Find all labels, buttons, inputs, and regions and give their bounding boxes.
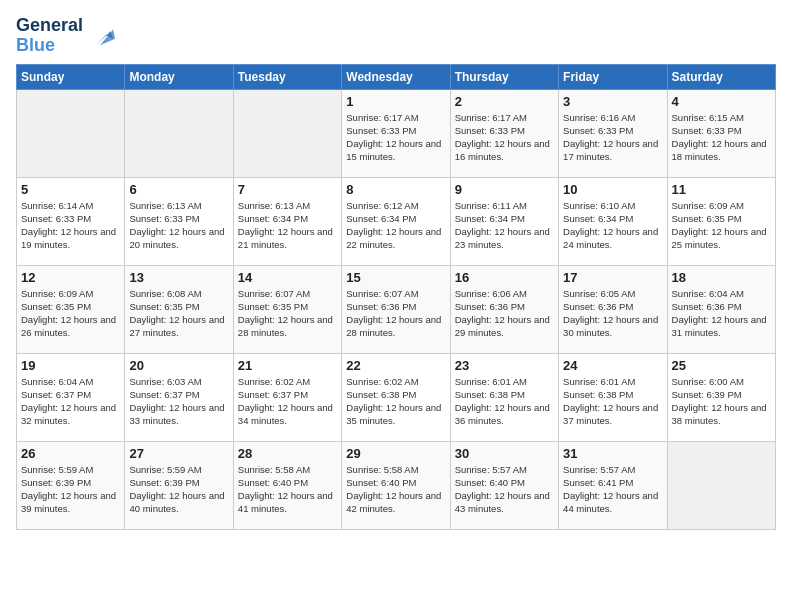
day-info: Sunrise: 5:58 AM Sunset: 6:40 PM Dayligh…	[238, 463, 337, 516]
calendar-cell: 2Sunrise: 6:17 AM Sunset: 6:33 PM Daylig…	[450, 89, 558, 177]
day-info: Sunrise: 6:15 AM Sunset: 6:33 PM Dayligh…	[672, 111, 771, 164]
calendar-cell: 16Sunrise: 6:06 AM Sunset: 6:36 PM Dayli…	[450, 265, 558, 353]
logo-text: GeneralBlue	[16, 16, 83, 56]
calendar-cell: 8Sunrise: 6:12 AM Sunset: 6:34 PM Daylig…	[342, 177, 450, 265]
calendar-cell: 30Sunrise: 5:57 AM Sunset: 6:40 PM Dayli…	[450, 441, 558, 529]
weekday-header: Monday	[125, 64, 233, 89]
day-info: Sunrise: 6:02 AM Sunset: 6:38 PM Dayligh…	[346, 375, 445, 428]
day-info: Sunrise: 6:16 AM Sunset: 6:33 PM Dayligh…	[563, 111, 662, 164]
day-info: Sunrise: 6:02 AM Sunset: 6:37 PM Dayligh…	[238, 375, 337, 428]
calendar-cell	[125, 89, 233, 177]
calendar-cell: 5Sunrise: 6:14 AM Sunset: 6:33 PM Daylig…	[17, 177, 125, 265]
day-number: 4	[672, 94, 771, 109]
day-number: 21	[238, 358, 337, 373]
day-number: 13	[129, 270, 228, 285]
day-info: Sunrise: 6:14 AM Sunset: 6:33 PM Dayligh…	[21, 199, 120, 252]
calendar-cell: 11Sunrise: 6:09 AM Sunset: 6:35 PM Dayli…	[667, 177, 775, 265]
calendar-cell: 3Sunrise: 6:16 AM Sunset: 6:33 PM Daylig…	[559, 89, 667, 177]
day-info: Sunrise: 6:01 AM Sunset: 6:38 PM Dayligh…	[455, 375, 554, 428]
weekday-header: Saturday	[667, 64, 775, 89]
calendar-table: SundayMondayTuesdayWednesdayThursdayFrid…	[16, 64, 776, 530]
day-number: 17	[563, 270, 662, 285]
day-number: 28	[238, 446, 337, 461]
day-number: 27	[129, 446, 228, 461]
calendar-cell: 26Sunrise: 5:59 AM Sunset: 6:39 PM Dayli…	[17, 441, 125, 529]
calendar-cell: 14Sunrise: 6:07 AM Sunset: 6:35 PM Dayli…	[233, 265, 341, 353]
day-number: 7	[238, 182, 337, 197]
calendar-cell: 27Sunrise: 5:59 AM Sunset: 6:39 PM Dayli…	[125, 441, 233, 529]
day-number: 5	[21, 182, 120, 197]
calendar-cell: 28Sunrise: 5:58 AM Sunset: 6:40 PM Dayli…	[233, 441, 341, 529]
day-info: Sunrise: 6:01 AM Sunset: 6:38 PM Dayligh…	[563, 375, 662, 428]
svg-marker-1	[100, 29, 115, 45]
calendar-week-row: 12Sunrise: 6:09 AM Sunset: 6:35 PM Dayli…	[17, 265, 776, 353]
day-number: 25	[672, 358, 771, 373]
day-number: 29	[346, 446, 445, 461]
weekday-header: Tuesday	[233, 64, 341, 89]
calendar-cell: 12Sunrise: 6:09 AM Sunset: 6:35 PM Dayli…	[17, 265, 125, 353]
page-header: GeneralBlue	[16, 16, 776, 56]
day-info: Sunrise: 5:59 AM Sunset: 6:39 PM Dayligh…	[129, 463, 228, 516]
logo-icon	[87, 22, 115, 50]
calendar-week-row: 19Sunrise: 6:04 AM Sunset: 6:37 PM Dayli…	[17, 353, 776, 441]
day-number: 18	[672, 270, 771, 285]
day-number: 8	[346, 182, 445, 197]
day-number: 19	[21, 358, 120, 373]
day-info: Sunrise: 5:57 AM Sunset: 6:41 PM Dayligh…	[563, 463, 662, 516]
calendar-cell	[667, 441, 775, 529]
day-info: Sunrise: 5:57 AM Sunset: 6:40 PM Dayligh…	[455, 463, 554, 516]
day-info: Sunrise: 6:13 AM Sunset: 6:33 PM Dayligh…	[129, 199, 228, 252]
calendar-week-row: 1Sunrise: 6:17 AM Sunset: 6:33 PM Daylig…	[17, 89, 776, 177]
day-info: Sunrise: 6:17 AM Sunset: 6:33 PM Dayligh…	[455, 111, 554, 164]
calendar-cell: 22Sunrise: 6:02 AM Sunset: 6:38 PM Dayli…	[342, 353, 450, 441]
calendar-cell: 17Sunrise: 6:05 AM Sunset: 6:36 PM Dayli…	[559, 265, 667, 353]
calendar-header: SundayMondayTuesdayWednesdayThursdayFrid…	[17, 64, 776, 89]
day-number: 1	[346, 94, 445, 109]
day-number: 30	[455, 446, 554, 461]
calendar-cell: 9Sunrise: 6:11 AM Sunset: 6:34 PM Daylig…	[450, 177, 558, 265]
calendar-cell: 25Sunrise: 6:00 AM Sunset: 6:39 PM Dayli…	[667, 353, 775, 441]
calendar-cell: 20Sunrise: 6:03 AM Sunset: 6:37 PM Dayli…	[125, 353, 233, 441]
calendar-cell: 6Sunrise: 6:13 AM Sunset: 6:33 PM Daylig…	[125, 177, 233, 265]
day-info: Sunrise: 6:09 AM Sunset: 6:35 PM Dayligh…	[672, 199, 771, 252]
day-info: Sunrise: 6:05 AM Sunset: 6:36 PM Dayligh…	[563, 287, 662, 340]
day-number: 10	[563, 182, 662, 197]
calendar-cell: 13Sunrise: 6:08 AM Sunset: 6:35 PM Dayli…	[125, 265, 233, 353]
day-info: Sunrise: 6:13 AM Sunset: 6:34 PM Dayligh…	[238, 199, 337, 252]
weekday-header: Sunday	[17, 64, 125, 89]
day-number: 11	[672, 182, 771, 197]
calendar-cell: 29Sunrise: 5:58 AM Sunset: 6:40 PM Dayli…	[342, 441, 450, 529]
day-info: Sunrise: 6:10 AM Sunset: 6:34 PM Dayligh…	[563, 199, 662, 252]
calendar-cell: 7Sunrise: 6:13 AM Sunset: 6:34 PM Daylig…	[233, 177, 341, 265]
day-info: Sunrise: 6:00 AM Sunset: 6:39 PM Dayligh…	[672, 375, 771, 428]
calendar-week-row: 26Sunrise: 5:59 AM Sunset: 6:39 PM Dayli…	[17, 441, 776, 529]
calendar-cell: 15Sunrise: 6:07 AM Sunset: 6:36 PM Dayli…	[342, 265, 450, 353]
day-info: Sunrise: 6:04 AM Sunset: 6:36 PM Dayligh…	[672, 287, 771, 340]
calendar-cell: 1Sunrise: 6:17 AM Sunset: 6:33 PM Daylig…	[342, 89, 450, 177]
weekday-header: Wednesday	[342, 64, 450, 89]
day-info: Sunrise: 6:12 AM Sunset: 6:34 PM Dayligh…	[346, 199, 445, 252]
day-number: 12	[21, 270, 120, 285]
calendar-cell: 23Sunrise: 6:01 AM Sunset: 6:38 PM Dayli…	[450, 353, 558, 441]
day-number: 6	[129, 182, 228, 197]
calendar-week-row: 5Sunrise: 6:14 AM Sunset: 6:33 PM Daylig…	[17, 177, 776, 265]
day-number: 16	[455, 270, 554, 285]
day-number: 2	[455, 94, 554, 109]
calendar-cell: 24Sunrise: 6:01 AM Sunset: 6:38 PM Dayli…	[559, 353, 667, 441]
day-info: Sunrise: 6:04 AM Sunset: 6:37 PM Dayligh…	[21, 375, 120, 428]
day-number: 24	[563, 358, 662, 373]
day-number: 3	[563, 94, 662, 109]
day-number: 9	[455, 182, 554, 197]
day-number: 23	[455, 358, 554, 373]
calendar-cell: 19Sunrise: 6:04 AM Sunset: 6:37 PM Dayli…	[17, 353, 125, 441]
day-info: Sunrise: 6:17 AM Sunset: 6:33 PM Dayligh…	[346, 111, 445, 164]
day-info: Sunrise: 6:08 AM Sunset: 6:35 PM Dayligh…	[129, 287, 228, 340]
calendar-cell: 4Sunrise: 6:15 AM Sunset: 6:33 PM Daylig…	[667, 89, 775, 177]
calendar-cell: 18Sunrise: 6:04 AM Sunset: 6:36 PM Dayli…	[667, 265, 775, 353]
day-info: Sunrise: 5:59 AM Sunset: 6:39 PM Dayligh…	[21, 463, 120, 516]
day-info: Sunrise: 6:07 AM Sunset: 6:36 PM Dayligh…	[346, 287, 445, 340]
weekday-header: Friday	[559, 64, 667, 89]
logo: GeneralBlue	[16, 16, 115, 56]
calendar-cell	[233, 89, 341, 177]
day-info: Sunrise: 6:07 AM Sunset: 6:35 PM Dayligh…	[238, 287, 337, 340]
